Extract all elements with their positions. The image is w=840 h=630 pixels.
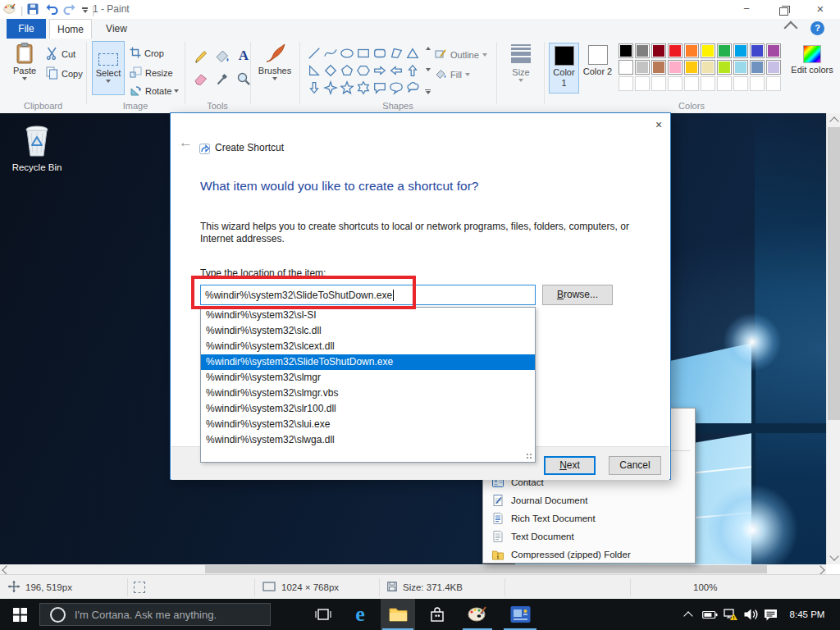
shape-oval[interactable] (339, 44, 355, 62)
clock[interactable]: 8:45 PM (781, 599, 833, 630)
crop-button[interactable]: Crop (130, 47, 164, 60)
edit-colors-button[interactable]: Edit colors (791, 43, 833, 94)
menu-item-journal-document[interactable]: Journal Document (483, 491, 695, 509)
menu-item-text-document[interactable]: Text Document (483, 527, 695, 546)
color-swatch[interactable] (668, 60, 682, 75)
restore-button[interactable] (769, 0, 797, 19)
action-center-icon[interactable] (760, 599, 781, 630)
menu-item-compressed-zipped-folder[interactable]: Compressed (zipped) Folder (483, 546, 695, 564)
shape-diamond[interactable] (322, 62, 339, 79)
edge-button[interactable]: e (345, 599, 376, 630)
store-button[interactable] (422, 599, 453, 630)
color-swatch[interactable] (684, 76, 699, 91)
cortana-search-box[interactable]: I'm Cortana. Ask me anything. (39, 603, 271, 626)
color-swatch[interactable] (717, 43, 732, 58)
paste-button[interactable]: Paste (8, 43, 41, 80)
shape-polygon[interactable] (388, 44, 404, 62)
color-swatch[interactable] (766, 43, 781, 58)
tab-file[interactable]: File (7, 19, 46, 39)
select-button[interactable]: Select (92, 41, 125, 95)
dialog-close-button[interactable]: × (650, 116, 668, 133)
rotate-button[interactable]: Rotate (130, 84, 179, 98)
shape-arrow-down[interactable] (306, 79, 322, 96)
shape-triangle[interactable] (404, 44, 421, 62)
fill-button[interactable]: Fill (435, 68, 470, 81)
color-swatch[interactable] (733, 60, 748, 75)
color-swatch[interactable] (717, 76, 732, 91)
scroll-down-icon[interactable] (829, 551, 838, 560)
color-swatch[interactable] (733, 43, 748, 58)
paint-app-button[interactable] (461, 599, 494, 630)
color-swatch[interactable] (651, 60, 666, 75)
suggestion-item[interactable]: %windir%\system32\slr100.dll (201, 401, 535, 417)
suggestion-item[interactable]: %windir%\system32\SlideToShutDown.exe (201, 354, 535, 370)
suggestion-item[interactable]: %windir%\system32\sl-SI (201, 308, 535, 323)
color-swatch[interactable] (766, 76, 781, 91)
size-button[interactable]: Size (502, 43, 540, 82)
media-app-button[interactable] (502, 599, 538, 630)
color-swatch[interactable] (668, 76, 682, 91)
shape-six-point-star[interactable] (355, 79, 372, 96)
color-swatch[interactable] (619, 76, 633, 91)
shape-right-triangle[interactable] (306, 62, 322, 79)
scroll-left-icon[interactable] (2, 565, 11, 574)
color-swatch[interactable] (717, 60, 732, 75)
color-swatch[interactable] (635, 76, 650, 91)
color-swatch[interactable] (733, 76, 748, 91)
pencil-tool[interactable] (192, 47, 210, 65)
shapes-more-icon[interactable] (425, 89, 431, 95)
color-swatch[interactable] (701, 60, 715, 75)
volume-tray-icon[interactable] (740, 599, 761, 630)
shape-rectangle[interactable] (355, 44, 372, 62)
color-swatch[interactable] (766, 60, 781, 75)
task-view-button[interactable] (308, 599, 338, 630)
network-tray-icon[interactable] (720, 599, 742, 630)
help-button[interactable]: ? (810, 21, 824, 35)
shapes-scrollbar[interactable] (422, 44, 433, 97)
suggestion-item[interactable]: %windir%\system32\slwga.dll (201, 432, 535, 448)
shape-oval-callout[interactable] (388, 79, 404, 96)
shape-hexagon[interactable] (355, 62, 372, 79)
color-swatch[interactable] (651, 43, 666, 58)
minimize-button[interactable]: − (733, 0, 760, 19)
save-button[interactable] (27, 3, 39, 18)
copy-button[interactable]: Copy (46, 66, 83, 81)
color1-button[interactable]: Color 1 (549, 43, 579, 94)
suggestion-item[interactable]: %windir%\system32\slui.exe (201, 417, 535, 432)
menu-item-rich-text-document[interactable]: Rich Text Document (483, 509, 695, 527)
vertical-scrollbar-thumb[interactable] (828, 127, 840, 420)
next-button[interactable]: Next (544, 456, 596, 475)
shape-four-point-star[interactable] (322, 79, 339, 96)
back-arrow-icon[interactable]: ← (179, 135, 193, 151)
shape-arrow-up[interactable] (404, 62, 421, 79)
vertical-scrollbar[interactable] (826, 113, 840, 564)
resize-button[interactable]: Resize (130, 66, 173, 80)
color-swatch[interactable] (635, 43, 650, 58)
color-swatch[interactable] (684, 43, 699, 58)
scroll-up-icon[interactable] (829, 116, 838, 126)
redo-button[interactable] (63, 2, 76, 18)
color-swatch[interactable] (684, 60, 699, 75)
color-swatch[interactable] (619, 60, 633, 75)
cut-button[interactable]: Cut (46, 47, 75, 62)
color2-button[interactable]: Color 2 (582, 43, 613, 94)
start-button[interactable] (0, 599, 39, 630)
recycle-bin[interactable]: Recycle Bin (11, 123, 62, 172)
color-swatch[interactable] (750, 43, 765, 58)
color-swatch[interactable] (701, 76, 715, 91)
scroll-down-icon[interactable] (426, 68, 431, 71)
color-swatch[interactable] (668, 43, 682, 58)
color-swatch[interactable] (635, 60, 650, 75)
text-tool[interactable]: A (235, 46, 253, 64)
suggestion-item[interactable]: %windir%\system32\slmgr.vbs (201, 386, 535, 401)
color-swatch[interactable] (651, 76, 666, 91)
suggestion-item[interactable]: %windir%\system32\slcext.dll (201, 339, 535, 354)
tab-home[interactable]: Home (49, 19, 92, 39)
resize-grip[interactable] (525, 452, 532, 459)
fill-tool[interactable] (213, 47, 231, 65)
scroll-right-icon[interactable] (815, 565, 824, 574)
color-swatch[interactable] (750, 60, 765, 75)
shape-rounded-callout[interactable] (372, 79, 388, 96)
undo-button[interactable] (45, 2, 58, 18)
tab-view[interactable]: View (97, 19, 136, 39)
